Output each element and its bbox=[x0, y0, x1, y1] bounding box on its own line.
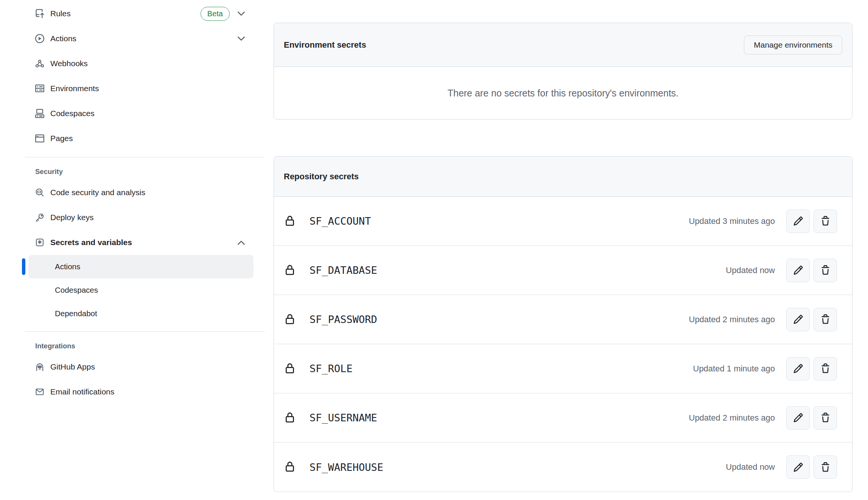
edit-secret-button[interactable] bbox=[786, 259, 810, 282]
environment-secrets-empty-state: There are no secrets for this repository… bbox=[274, 67, 852, 119]
edit-secret-button[interactable] bbox=[786, 308, 810, 331]
manage-environments-button[interactable]: Manage environments bbox=[744, 36, 842, 54]
trash-icon bbox=[820, 363, 831, 374]
codespaces-icon bbox=[35, 109, 44, 118]
play-circle-icon bbox=[35, 34, 44, 43]
secret-updated: Updated 3 minutes ago bbox=[689, 216, 775, 226]
sidebar-subitem-codespaces[interactable]: Codespaces bbox=[28, 278, 254, 302]
lock-icon bbox=[284, 411, 296, 424]
sidebar-item-label: Environments bbox=[50, 84, 99, 93]
sidebar-item-deploy-keys[interactable]: Deploy keys bbox=[23, 205, 267, 230]
environment-secrets-header: Environment secrets Manage environments bbox=[274, 23, 852, 67]
edit-secret-button[interactable] bbox=[786, 210, 810, 233]
sidebar-section-integrations-title: Integrations bbox=[23, 338, 267, 354]
mail-icon bbox=[35, 387, 44, 396]
trash-icon bbox=[820, 216, 831, 226]
delete-secret-button[interactable] bbox=[814, 308, 837, 331]
sidebar-item-pages[interactable]: Pages bbox=[23, 126, 267, 151]
codescan-icon bbox=[35, 188, 44, 197]
sidebar-subitem-dependabot[interactable]: Dependabot bbox=[28, 302, 254, 325]
secret-name: SF_ACCOUNT bbox=[310, 215, 371, 227]
secret-updated: Updated 2 minutes ago bbox=[689, 413, 775, 423]
sidebar-item-email-notifications[interactable]: Email notifications bbox=[23, 379, 267, 404]
delete-secret-button[interactable] bbox=[814, 455, 837, 479]
pencil-icon bbox=[793, 413, 803, 423]
lock-icon bbox=[284, 264, 296, 277]
beta-badge: Beta bbox=[201, 7, 230, 21]
sidebar-item-label: Webhooks bbox=[50, 59, 88, 68]
secret-row: SF_DATABASE Updated now bbox=[274, 246, 852, 295]
pencil-icon bbox=[793, 363, 803, 374]
sidebar-item-rules[interactable]: Rules Beta bbox=[23, 1, 267, 26]
secret-updated: Updated 2 minutes ago bbox=[689, 315, 775, 325]
sidebar-item-label: Email notifications bbox=[50, 387, 114, 396]
trash-icon bbox=[820, 265, 831, 275]
sidebar-item-label: Secrets and variables bbox=[50, 238, 132, 247]
secret-row: SF_ACCOUNT Updated 3 minutes ago bbox=[274, 197, 852, 246]
secret-updated: Updated 1 minute ago bbox=[693, 364, 775, 374]
secret-name: SF_USERNAME bbox=[310, 412, 377, 424]
browser-icon bbox=[35, 134, 44, 143]
sidebar-item-label: GitHub Apps bbox=[50, 362, 95, 371]
delete-secret-button[interactable] bbox=[814, 357, 837, 380]
repository-secrets-panel: Repository secrets SF_ACCOUNT Updated 3 … bbox=[274, 156, 852, 492]
sidebar-item-label: Deploy keys bbox=[50, 213, 93, 222]
repo-settings-page: Rules Beta Actions Webhooks Environments… bbox=[0, 0, 868, 500]
delete-secret-button[interactable] bbox=[814, 210, 837, 233]
chevron-down-icon bbox=[237, 36, 245, 41]
chevron-up-icon bbox=[237, 240, 245, 245]
secret-row: SF_ROLE Updated 1 minute ago bbox=[274, 344, 852, 393]
secret-name: SF_ROLE bbox=[310, 363, 353, 374]
chevron-down-icon bbox=[237, 11, 245, 16]
sidebar-item-environments[interactable]: Environments bbox=[23, 76, 267, 101]
lock-icon bbox=[284, 362, 296, 375]
lock-icon bbox=[284, 461, 296, 474]
lock-icon bbox=[284, 313, 296, 326]
secret-name: SF_PASSWORD bbox=[310, 314, 377, 325]
trash-icon bbox=[820, 413, 831, 423]
delete-secret-button[interactable] bbox=[814, 406, 837, 430]
edit-secret-button[interactable] bbox=[786, 357, 810, 380]
pencil-icon bbox=[793, 216, 803, 226]
secret-name: SF_WAREHOUSE bbox=[310, 461, 383, 473]
rules-icon bbox=[35, 9, 44, 18]
key-icon bbox=[35, 213, 44, 222]
secret-row: SF_USERNAME Updated 2 minutes ago bbox=[274, 393, 852, 443]
pencil-icon bbox=[793, 314, 803, 325]
sidebar-item-label: Rules bbox=[50, 9, 71, 18]
sidebar-item-label: Code security and analysis bbox=[50, 188, 145, 197]
secret-updated: Updated now bbox=[726, 266, 775, 275]
edit-secret-button[interactable] bbox=[786, 406, 810, 430]
delete-secret-button[interactable] bbox=[814, 259, 837, 282]
sidebar-item-label: Actions bbox=[50, 34, 76, 43]
settings-sidebar: Rules Beta Actions Webhooks Environments… bbox=[23, 1, 267, 404]
sidebar-item-code-security[interactable]: Code security and analysis bbox=[23, 180, 267, 205]
secrets-asterisk-icon bbox=[35, 238, 44, 247]
server-icon bbox=[35, 84, 44, 93]
edit-secret-button[interactable] bbox=[786, 455, 810, 479]
sidebar-item-secrets-and-variables[interactable]: Secrets and variables bbox=[23, 230, 267, 255]
environment-secrets-panel: Environment secrets Manage environments … bbox=[274, 23, 852, 120]
github-apps-icon bbox=[35, 362, 44, 371]
sidebar-item-label: Codespaces bbox=[50, 109, 95, 118]
pencil-icon bbox=[793, 462, 803, 472]
sidebar-item-github-apps[interactable]: GitHub Apps bbox=[23, 354, 267, 379]
sidebar-subitem-label: Codespaces bbox=[55, 286, 98, 295]
pencil-icon bbox=[793, 265, 803, 275]
sidebar-subitem-label: Actions bbox=[55, 262, 80, 271]
sidebar-item-webhooks[interactable]: Webhooks bbox=[23, 51, 267, 76]
repository-secrets-header: Repository secrets bbox=[274, 157, 852, 197]
secret-updated: Updated now bbox=[726, 462, 775, 472]
sidebar-item-codespaces[interactable]: Codespaces bbox=[23, 101, 267, 126]
secret-name: SF_DATABASE bbox=[310, 264, 377, 276]
sidebar-item-label: Pages bbox=[50, 134, 73, 143]
sidebar-divider bbox=[25, 331, 265, 332]
lock-icon bbox=[284, 215, 296, 228]
trash-icon bbox=[820, 462, 831, 472]
empty-state-message: There are no secrets for this repository… bbox=[448, 88, 679, 99]
sidebar-subitem-actions[interactable]: Actions bbox=[28, 255, 254, 278]
webhook-icon bbox=[35, 59, 44, 68]
panel-title: Repository secrets bbox=[284, 172, 359, 182]
sidebar-item-actions[interactable]: Actions bbox=[23, 26, 267, 51]
secret-row: SF_PASSWORD Updated 2 minutes ago bbox=[274, 295, 852, 344]
